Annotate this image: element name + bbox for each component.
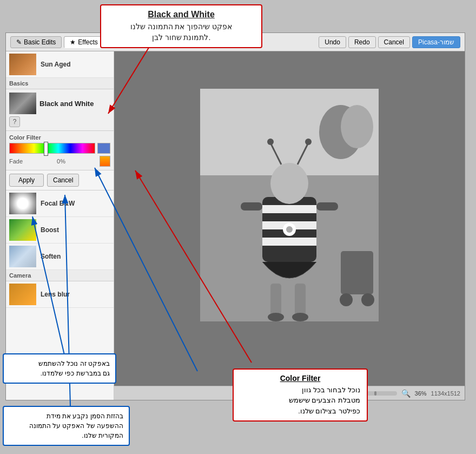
redo-button[interactable]: Redo (348, 36, 376, 48)
svg-rect-18 (241, 202, 262, 210)
color-filter-row (9, 143, 110, 154)
section-camera: Camera (6, 270, 114, 281)
focal-bw-label: Focal B&W (41, 200, 75, 207)
lens-blur-label: Lens blur (41, 291, 70, 298)
effects-list: Sun Aged Basics Black and White ? (6, 51, 114, 400)
apply-button[interactable]: Apply (9, 174, 44, 187)
zoom-slider[interactable] (365, 391, 397, 396)
search-icon: 🔍 (401, 389, 411, 398)
color-swatch[interactable] (97, 143, 110, 154)
image-canvas (114, 51, 465, 386)
svg-rect-10 (262, 205, 316, 213)
fade-color-button[interactable] (100, 156, 110, 167)
svg-point-15 (267, 139, 274, 145)
soften-thumb (9, 246, 36, 267)
svg-point-23 (292, 313, 308, 321)
color-filter-annotation: Color Filter נוכל לבחור בכל גווןמטבלת הצ… (233, 369, 368, 422)
sun-aged-thumb (9, 54, 36, 75)
svg-rect-21 (295, 284, 306, 316)
focal-bw-thumb (9, 193, 36, 214)
effects-icon: ★ (70, 38, 76, 46)
effect-item-focal-bw[interactable]: Focal B&W (6, 190, 114, 217)
fade-value: 0% (57, 158, 65, 165)
effect-item-lens-blur[interactable]: Lens blur (6, 281, 114, 308)
color-filter-label: Color Filter (9, 134, 110, 141)
bw-header: Black and White (9, 93, 110, 114)
app-window: ✎ Basic Edits ★ Effects ◈ Decorate Undo … (5, 32, 465, 400)
color-filter-section: Color Filter Fade 0% (6, 131, 114, 170)
bw-panel: Black and White ? (6, 89, 114, 131)
svg-point-28 (340, 293, 353, 306)
help-button[interactable]: ? (9, 116, 20, 127)
lens-blur-thumb (9, 284, 36, 305)
bw-title: Black and White (39, 100, 94, 108)
svg-point-17 (305, 139, 312, 145)
fade-annotation-text: בהזזת הסמן נקבע את מידתההשפעה של האפקט ע… (29, 412, 123, 439)
fade-label: Fade (9, 158, 23, 165)
undo-button[interactable]: Undo (319, 36, 346, 48)
color-gradient-bar[interactable] (9, 143, 95, 154)
cancel-effect-button[interactable]: Cancel (47, 174, 79, 187)
tab-effects-label: Effects (78, 38, 97, 46)
annotation-subtitle: אפקט שיהפוך את התמונה שלנולתמונת שחור לב… (130, 22, 233, 42)
boost-label: Boost (41, 226, 59, 234)
cancel-button[interactable]: Cancel (378, 36, 410, 48)
tab-basic-edits[interactable]: ✎ Basic Edits (10, 36, 62, 48)
svg-rect-26 (200, 321, 379, 348)
tab-effects[interactable]: ★ Effects (64, 36, 103, 48)
svg-rect-20 (270, 284, 281, 316)
sun-aged-label: Sun Aged (41, 61, 71, 68)
section-basics: Basics (6, 78, 114, 89)
color-slider-thumb[interactable] (44, 142, 48, 156)
fade-annotation: בהזזת הסמן נקבע את מידתההשפעה של האפקט ע… (3, 406, 130, 446)
annotation-title: Black and White (109, 10, 254, 19)
image-area: Zoom 🔍 36% 1134x1512 (114, 51, 465, 400)
svg-point-29 (361, 293, 374, 306)
content-area: Sun Aged Basics Black and White ? (6, 51, 465, 400)
color-filter-annotation-title: Color Filter (240, 374, 360, 383)
apply-usage-annotation: באפקט זה נוכל להשתמשגם במברשת כפי שלמדנו… (3, 353, 116, 384)
bw-photo (200, 89, 379, 348)
fade-row: Fade 0% (9, 156, 110, 167)
bw-thumb (9, 93, 36, 114)
apply-usage-text: באפקט זה נוכל להשתמשגם במברשת כפי שלמדנו… (38, 360, 110, 377)
effect-item-boost[interactable]: Boost (6, 217, 114, 244)
svg-rect-19 (316, 202, 338, 210)
svg-point-13 (270, 163, 308, 204)
sidebar: Sun Aged Basics Black and White ? (6, 51, 114, 400)
soften-label: Soften (41, 253, 61, 260)
effect-item-sun-aged[interactable]: Sun Aged (6, 51, 114, 78)
top-annotation-box: Black and White אפקט שיהפוך את התמונה של… (100, 4, 262, 48)
action-row: Apply Cancel (6, 170, 114, 190)
boost-thumb (9, 219, 36, 241)
image-dimensions: 1134x1512 (431, 390, 460, 397)
svg-point-25 (286, 226, 293, 233)
basic-edits-icon: ✎ (16, 38, 22, 46)
zoom-percent: 36% (415, 390, 427, 397)
svg-rect-27 (341, 251, 373, 294)
svg-rect-12 (262, 238, 316, 246)
save-button[interactable]: שמור-Picasa (412, 36, 460, 48)
color-filter-annotation-text: נוכל לבחור בכל גווןמטבלת הצבעים שישמשכפי… (289, 386, 360, 415)
effect-item-soften[interactable]: Soften (6, 244, 114, 270)
svg-point-22 (268, 313, 284, 321)
tab-basic-edits-label: Basic Edits (24, 38, 56, 46)
svg-point-8 (341, 105, 373, 148)
